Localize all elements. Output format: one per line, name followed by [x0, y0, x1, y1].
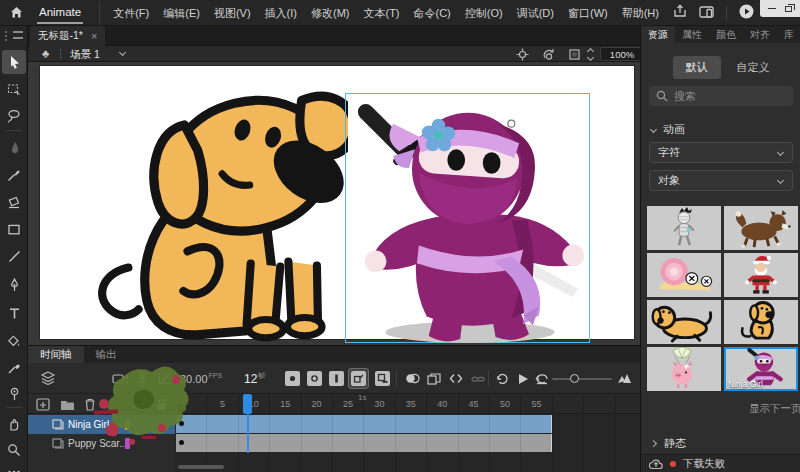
puppy-character[interactable] — [80, 74, 348, 344]
restore-button[interactable] — [785, 6, 792, 12]
insert-keyframe-button[interactable] — [285, 371, 300, 386]
asset-thumb-wolf[interactable] — [724, 206, 798, 250]
stage[interactable] — [40, 66, 634, 339]
playhead[interactable] — [243, 394, 252, 414]
show-hide-all-icon[interactable] — [134, 397, 149, 415]
loop-playback-icon[interactable] — [494, 371, 510, 386]
remove-frames-button[interactable] — [375, 371, 390, 386]
device-preview-icon[interactable] — [699, 4, 714, 22]
play-button[interactable] — [515, 371, 531, 386]
frame-view-options-icon[interactable] — [616, 371, 632, 386]
keyframe-dot[interactable] — [179, 421, 184, 426]
default-button[interactable]: 默认 — [673, 56, 721, 79]
delete-layer-icon[interactable] — [84, 397, 96, 415]
minimize-button[interactable] — [768, 8, 776, 9]
lasso-tool[interactable] — [2, 104, 26, 128]
menu-item[interactable]: 文件(F) — [106, 1, 156, 25]
rewind-button[interactable] — [534, 371, 550, 386]
auto-keyframe-toggle[interactable] — [348, 368, 369, 389]
layer-row-puppy[interactable]: Puppy Scar... — [28, 434, 175, 453]
panel-grip[interactable] — [5, 31, 7, 41]
selection-tool[interactable] — [2, 50, 26, 74]
asset-thumb-mummy[interactable] — [647, 206, 721, 250]
onion-skin-outlines-icon[interactable] — [448, 371, 464, 386]
menu-item[interactable]: 控制(O) — [458, 1, 510, 25]
menu-item[interactable]: 窗口(W) — [561, 1, 615, 25]
characters-dropdown[interactable]: 字符 — [649, 142, 793, 163]
tab-timeline[interactable]: 时间轴 — [28, 346, 84, 363]
text-tool[interactable] — [2, 301, 26, 325]
show-next-link[interactable]: 显示下一页 — [749, 402, 800, 416]
more-tools-icon[interactable] — [2, 460, 26, 472]
panel-tab[interactable]: 对齐 — [743, 26, 777, 43]
panel-tab[interactable]: 属性 — [675, 26, 709, 43]
rig-mapping-icon[interactable] — [136, 371, 149, 389]
frame-span-ninja-girl[interactable] — [176, 415, 552, 433]
zoom-tool[interactable] — [2, 438, 26, 462]
scene-icon[interactable]: ♣ — [42, 47, 49, 59]
objects-dropdown[interactable]: 对象 — [649, 170, 793, 191]
rectangle-tool[interactable] — [2, 217, 26, 241]
lock-all-icon[interactable] — [156, 397, 167, 415]
asset-thumb-ninja-girl[interactable]: Ninja Girl — [724, 347, 798, 391]
tab-output[interactable]: 输出 — [84, 346, 129, 363]
paint-bucket-tool[interactable] — [2, 329, 26, 353]
menu-item[interactable]: 命令(C) — [407, 1, 458, 25]
frame-span-puppy[interactable] — [176, 434, 552, 452]
zoom-level-select[interactable]: 100% — [600, 47, 644, 61]
timeline-horizontal-scrollbar[interactable] — [178, 465, 224, 469]
panel-tab[interactable]: 颜色 — [709, 26, 743, 43]
zoom-stepper[interactable] — [588, 46, 593, 60]
test-movie-icon[interactable] — [739, 4, 754, 23]
asset-warp-tool[interactable] — [2, 382, 26, 406]
layer-outline-color[interactable] — [125, 438, 130, 449]
scene-name[interactable]: 场景 1 — [70, 48, 100, 62]
layer-outline-color[interactable] — [125, 419, 130, 430]
brush-tool[interactable] — [2, 163, 26, 187]
menu-item[interactable]: 调试(D) — [510, 1, 561, 25]
pen-tool[interactable] — [2, 273, 26, 297]
eraser-tool[interactable] — [2, 190, 26, 214]
panel-tab[interactable]: 库 — [777, 26, 800, 43]
asset-thumb-puppy-sitting[interactable] — [724, 300, 798, 344]
panel-tab[interactable]: 资源 — [641, 26, 675, 43]
menu-item[interactable]: 修改(M) — [304, 1, 357, 25]
pasteboard[interactable] — [28, 62, 640, 345]
graph-editor-icon[interactable] — [158, 371, 172, 389]
fluid-brush-tool[interactable] — [2, 136, 26, 160]
edit-multiple-frames-icon[interactable] — [426, 371, 442, 386]
asset-thumb-snail[interactable] — [647, 253, 721, 297]
link-layers-icon[interactable] — [470, 371, 486, 386]
keyframe-dot[interactable] — [179, 440, 184, 445]
layer-row-ninja-girl[interactable]: Ninja Girl — [28, 415, 175, 434]
scene-chevron-icon[interactable] — [119, 49, 126, 56]
camera-icon[interactable] — [112, 371, 128, 389]
asset-thumb-santa[interactable] — [724, 253, 798, 297]
menu-item[interactable]: 视图(V) — [207, 1, 258, 25]
new-layer-icon[interactable] — [36, 397, 50, 415]
section-static[interactable]: 静态 — [651, 436, 686, 451]
layer-parenting-icon[interactable] — [40, 371, 56, 389]
ninja-girl-character[interactable] — [350, 98, 590, 345]
menu-item[interactable]: 帮助(H) — [615, 1, 666, 25]
slider-knob[interactable] — [570, 374, 579, 383]
toolbar-menu-icon[interactable] — [13, 31, 23, 39]
close-icon[interactable]: × — [91, 31, 97, 41]
search-input[interactable]: 搜索 — [649, 86, 793, 106]
section-animation[interactable]: 动画 — [651, 122, 685, 137]
share-icon[interactable] — [673, 4, 687, 22]
onion-skin-icon[interactable] — [404, 371, 420, 386]
menu-item[interactable]: 插入(I) — [258, 1, 304, 25]
menu-item[interactable]: 编辑(E) — [156, 1, 207, 25]
frame-rate[interactable]: 30.00FPS — [180, 372, 222, 385]
asset-thumb-pig-parachute[interactable] — [647, 347, 721, 391]
asset-thumb-puppy-lying[interactable] — [647, 300, 721, 344]
insert-frame-button[interactable] — [329, 371, 344, 386]
subselection-tool[interactable] — [2, 78, 26, 102]
home-icon[interactable] — [10, 6, 23, 19]
new-folder-icon[interactable] — [60, 397, 75, 415]
menu-item[interactable]: 文本(T) — [356, 1, 406, 25]
custom-button[interactable]: 自定义 — [737, 60, 770, 75]
line-tool[interactable] — [2, 244, 26, 268]
document-tab[interactable]: 无标题-1* × — [30, 26, 105, 46]
